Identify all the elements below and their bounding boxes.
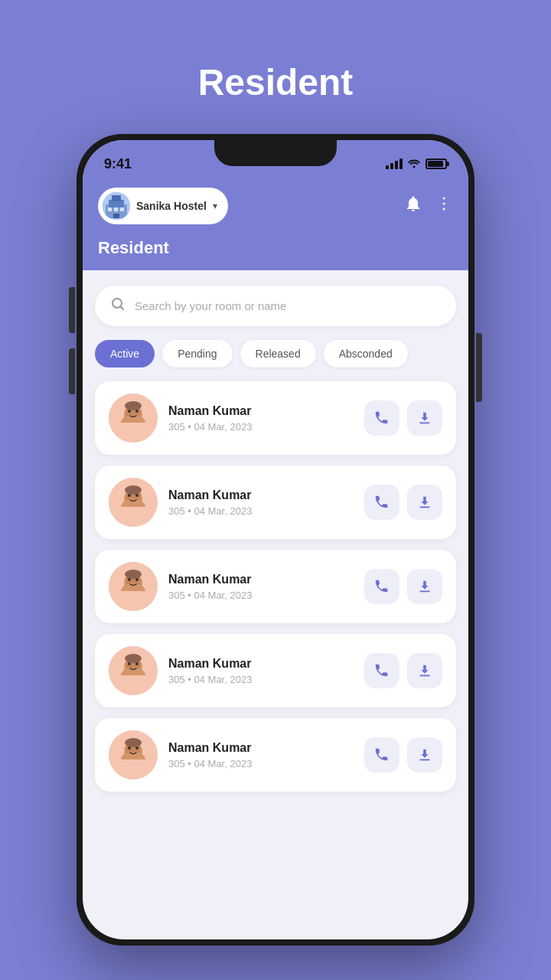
resident-info: Naman Kumar 305 • 04 Mar, 2023	[168, 741, 354, 769]
resident-name: Naman Kumar	[168, 741, 354, 755]
resident-name: Naman Kumar	[168, 573, 354, 586]
tab-pending[interactable]: Pending	[162, 340, 232, 368]
status-time: 9:41	[104, 156, 132, 172]
header-actions	[404, 194, 453, 217]
volume-up-button	[69, 287, 75, 333]
power-button	[476, 333, 482, 402]
resident-actions	[364, 737, 442, 773]
app-header: Sanika Hostel ▾	[83, 180, 468, 235]
svg-point-10	[443, 208, 445, 211]
more-options-icon[interactable]	[435, 194, 453, 217]
wifi-icon	[407, 158, 421, 171]
status-icons	[386, 158, 447, 171]
resident-card: Naman Kumar 305 • 04 Mar, 2023	[95, 550, 456, 623]
avatar	[109, 562, 158, 611]
svg-point-43	[125, 654, 142, 663]
resident-card: Naman Kumar 305 • 04 Mar, 2023	[95, 634, 456, 707]
svg-point-9	[443, 203, 445, 205]
hostel-chevron-icon: ▾	[213, 201, 217, 211]
resident-actions	[364, 485, 442, 520]
search-input[interactable]: Search by your room or name	[135, 299, 286, 312]
svg-rect-16	[121, 423, 145, 443]
tab-active[interactable]: Active	[95, 340, 155, 368]
download-button[interactable]	[407, 569, 442, 604]
filter-tabs: Active Pending Released Absconded	[95, 340, 456, 368]
svg-point-35	[125, 570, 142, 579]
phone-shell: 9:41	[77, 134, 474, 946]
notch	[214, 140, 337, 166]
avatar	[109, 394, 158, 443]
resident-actions	[364, 569, 442, 604]
avatar	[109, 478, 158, 527]
resident-list: Naman Kumar 305 • 04 Mar, 2023	[95, 381, 456, 792]
resident-info: Naman Kumar 305 • 04 Mar, 2023	[168, 573, 354, 601]
resident-details: 305 • 04 Mar, 2023	[168, 674, 354, 685]
call-button[interactable]	[364, 737, 399, 773]
resident-details: 305 • 04 Mar, 2023	[168, 505, 354, 517]
battery-icon	[425, 158, 447, 169]
phone-screen: 9:41	[83, 140, 468, 939]
avatar	[109, 730, 158, 779]
resident-details: 305 • 04 Mar, 2023	[168, 758, 354, 769]
call-button[interactable]	[364, 485, 399, 520]
tab-absconded[interactable]: Absconded	[324, 340, 408, 368]
section-title: Resident	[83, 235, 468, 270]
resident-info: Naman Kumar 305 • 04 Mar, 2023	[168, 657, 354, 685]
svg-point-27	[125, 485, 142, 495]
resident-info: Naman Kumar 305 • 04 Mar, 2023	[168, 404, 354, 433]
hostel-avatar	[103, 192, 130, 220]
svg-point-8	[443, 198, 445, 200]
volume-down-button	[69, 348, 75, 394]
resident-name: Naman Kumar	[168, 404, 354, 418]
page-heading: Resident	[198, 61, 354, 103]
avatar	[109, 646, 158, 695]
hostel-selector[interactable]: Sanika Hostel ▾	[98, 188, 228, 224]
search-icon	[110, 296, 126, 315]
resident-card: Naman Kumar 305 • 04 Mar, 2023	[95, 466, 456, 539]
resident-details: 305 • 04 Mar, 2023	[168, 421, 354, 433]
resident-details: 305 • 04 Mar, 2023	[168, 590, 354, 601]
download-button[interactable]	[407, 485, 442, 520]
svg-rect-4	[108, 207, 112, 211]
notification-icon[interactable]	[404, 194, 422, 217]
resident-card: Naman Kumar 305 • 04 Mar, 2023	[95, 718, 456, 792]
svg-rect-24	[121, 507, 145, 527]
download-button[interactable]	[407, 653, 442, 688]
resident-actions	[364, 400, 442, 436]
svg-rect-5	[114, 207, 118, 211]
signal-icon	[386, 158, 403, 169]
hostel-name-label: Sanika Hostel	[136, 200, 207, 212]
resident-name: Naman Kumar	[168, 488, 354, 502]
call-button[interactable]	[364, 653, 399, 688]
svg-rect-7	[113, 214, 119, 218]
svg-rect-32	[121, 591, 145, 611]
svg-rect-3	[112, 195, 121, 201]
resident-card: Naman Kumar 305 • 04 Mar, 2023	[95, 381, 456, 455]
svg-rect-40	[121, 675, 145, 695]
resident-actions	[364, 653, 442, 688]
svg-rect-48	[121, 760, 145, 779]
resident-name: Naman Kumar	[168, 657, 354, 671]
search-bar[interactable]: Search by your room or name	[95, 286, 456, 326]
download-button[interactable]	[407, 400, 442, 436]
call-button[interactable]	[364, 569, 399, 604]
svg-rect-6	[120, 207, 124, 211]
resident-info: Naman Kumar 305 • 04 Mar, 2023	[168, 488, 354, 517]
svg-point-51	[125, 738, 142, 747]
main-content: Search by your room or name Active Pendi…	[83, 270, 468, 818]
download-button[interactable]	[407, 737, 442, 773]
tab-released[interactable]: Released	[240, 340, 316, 368]
svg-point-19	[125, 401, 142, 410]
call-button[interactable]	[364, 400, 399, 436]
